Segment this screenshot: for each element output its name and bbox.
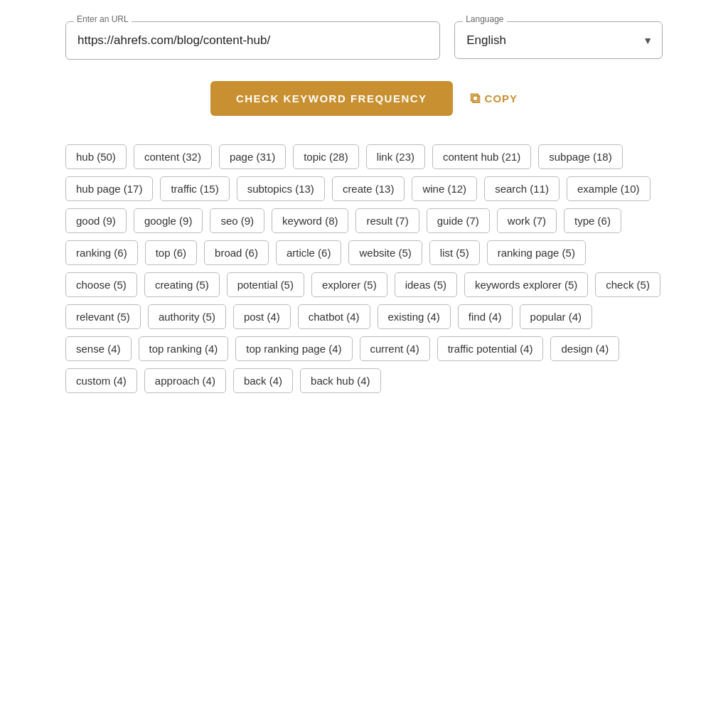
keyword-tag: create (13) [332,176,405,201]
copy-icon: ⧉ [470,90,481,107]
keyword-tag: example (10) [567,176,651,201]
keyword-tag: search (11) [484,176,560,201]
keywords-area: hub (50)content (32)page (31)topic (28)l… [65,144,663,393]
lang-select[interactable]: English Spanish French German Italian Po… [454,21,663,59]
keyword-tag: content hub (21) [432,144,531,169]
keyword-tag: back (4) [233,368,293,393]
lang-select-wrapper: English Spanish French German Italian Po… [454,21,663,59]
keyword-tag: page (31) [219,144,286,169]
keyword-tag: article (6) [276,240,342,265]
keyword-tag: ranking page (5) [487,240,586,265]
keyword-tag: sense (4) [65,336,132,361]
keyword-tag: check (5) [595,272,660,297]
keyword-tag: subtopics (13) [237,176,325,201]
keyword-tag: top ranking (4) [139,336,229,361]
keyword-tag: post (4) [233,304,291,329]
keyword-tag: potential (5) [227,272,304,297]
keyword-tag: approach (4) [144,368,226,393]
keyword-tag: list (5) [429,240,480,265]
keyword-tag: hub (50) [65,144,127,169]
keyword-tag: type (6) [564,208,621,233]
keyword-tag: top ranking page (4) [235,336,352,361]
keyword-tag: keyword (8) [272,208,348,233]
keyword-tag: traffic potential (4) [437,336,544,361]
url-field-group: Enter an URL [65,21,440,60]
keyword-tag: authority (5) [148,304,226,329]
keyword-tag: subpage (18) [538,144,622,169]
check-keyword-button[interactable]: CHECK KEYWORD FREQUENCY [210,81,453,116]
url-label: Enter an URL [74,14,132,24]
action-row: CHECK KEYWORD FREQUENCY ⧉ COPY [65,81,663,116]
keyword-tag: guide (7) [427,208,490,233]
keyword-tag: find (4) [458,304,513,329]
keyword-tag: design (4) [550,336,619,361]
keyword-tag: seo (9) [210,208,264,233]
keyword-tag: existing (4) [378,304,451,329]
keyword-tag: back hub (4) [300,368,380,393]
keyword-tag: traffic (15) [160,176,229,201]
keyword-tag: content (32) [134,144,212,169]
keyword-tag: choose (5) [65,272,137,297]
keyword-tag: website (5) [348,240,422,265]
keyword-tag: link (23) [366,144,425,169]
keyword-tag: work (7) [497,208,557,233]
copy-button[interactable]: ⧉ COPY [470,90,518,107]
lang-label: Language [463,14,506,24]
keyword-tag: popular (4) [520,304,593,329]
keyword-tag: google (9) [134,208,203,233]
keyword-tag: relevant (5) [65,304,141,329]
keyword-tag: result (7) [355,208,419,233]
keyword-tag: good (9) [65,208,127,233]
lang-field-group: Language English Spanish French German I… [454,21,663,59]
keyword-tag: hub page (17) [65,176,153,201]
keyword-tag: keywords explorer (5) [464,272,588,297]
keyword-tag: ideas (5) [395,272,457,297]
keyword-tag: ranking (6) [65,240,138,265]
main-container: Enter an URL Language English Spanish Fr… [37,0,691,414]
keyword-tag: top (6) [145,240,197,265]
keyword-tag: broad (6) [204,240,269,265]
keyword-tag: creating (5) [144,272,220,297]
keyword-tag: topic (28) [293,144,359,169]
keyword-tag: explorer (5) [311,272,387,297]
keyword-tag: wine (12) [412,176,477,201]
url-input[interactable] [65,21,440,60]
keyword-tag: chatbot (4) [298,304,370,329]
input-row: Enter an URL Language English Spanish Fr… [65,21,663,60]
keyword-tag: current (4) [360,336,430,361]
copy-btn-label: COPY [485,92,518,105]
keyword-tag: custom (4) [65,368,137,393]
